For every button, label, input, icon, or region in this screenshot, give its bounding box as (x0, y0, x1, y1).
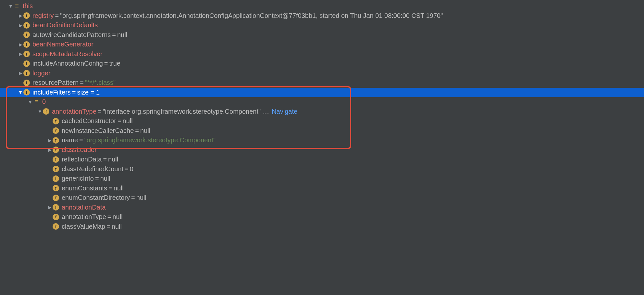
tree-row-annotationtype[interactable]: ▼ f annotationType = "interface org.spri… (0, 107, 644, 117)
tree-row-logger[interactable]: ▶ f logger (0, 69, 644, 78)
equals: = (107, 185, 114, 192)
tree-row-includefilters[interactable]: ▼ f includeFilters = size = 1 (0, 88, 644, 97)
var-name: includeFilters (32, 89, 71, 96)
var-value: "org.springframework.context.annotation.… (60, 12, 443, 19)
tree-row-reflectiondata[interactable]: ▶ f reflectionData = null (0, 155, 644, 164)
tree-row-index-0[interactable]: ▼ ≡ 0 (0, 97, 644, 107)
field-icon: f (53, 214, 59, 220)
expand-right-icon[interactable]: ▶ (18, 42, 23, 47)
var-name: classLoader (62, 146, 97, 154)
expand-right-icon[interactable]: ▶ (18, 71, 23, 76)
equals: = (79, 79, 85, 86)
expand-down-icon[interactable]: ▼ (27, 99, 33, 105)
field-icon: f (23, 70, 30, 76)
var-name: enumConstantDirectory (62, 194, 130, 201)
expand-right-icon[interactable]: ▶ (18, 51, 23, 57)
var-value: "**/*.class" (85, 79, 116, 86)
tree-row-classloader[interactable]: ▶ f classLoader (0, 145, 644, 155)
field-icon: f (43, 108, 49, 115)
tree-row-resourcepattern[interactable]: ▶ f resourcePattern = "**/*.class" (0, 78, 644, 88)
ellipsis: … (261, 108, 270, 115)
field-icon: f (53, 127, 59, 134)
var-name: beanDefinitionDefaults (32, 21, 98, 29)
element-icon: ≡ (33, 99, 40, 105)
var-name: newInstanceCallerCache (62, 127, 134, 135)
var-value: null (140, 127, 150, 135)
tree-row-includeannotationconfig[interactable]: ▶ f includeAnnotationConfig = true (0, 59, 644, 69)
equals: = (102, 156, 108, 163)
var-name: reflectionData (62, 156, 102, 163)
expand-right-icon[interactable]: ▶ (18, 23, 23, 28)
expand-right-icon[interactable]: ▶ (47, 138, 53, 143)
var-value: null (112, 223, 122, 230)
var-name: name (62, 136, 78, 144)
equals: = (134, 127, 140, 135)
tree-row-classredefinedcount[interactable]: ▶ f classRedefinedCount = 0 (0, 164, 644, 174)
expand-right-icon[interactable]: ▶ (47, 147, 53, 152)
field-icon: f (23, 22, 30, 29)
var-name: resourcePattern (32, 79, 79, 86)
field-icon: f (53, 156, 59, 163)
field-icon: f (53, 175, 59, 182)
equals: = (78, 136, 84, 144)
equals: = (103, 60, 109, 67)
tree-row-classvaluemap[interactable]: ▶ f classValueMap = null (0, 222, 644, 232)
field-icon: f (53, 118, 59, 124)
variables-tree: ▼ ≡ this ▶ f registry = "org.springframe… (0, 0, 644, 231)
field-icon: f (53, 204, 59, 211)
tree-row-scopemetadataresolver[interactable]: ▶ f scopeMetadataResolver (0, 49, 644, 59)
var-name: registry (32, 12, 54, 19)
equals: = (116, 117, 123, 125)
field-icon: f (23, 12, 30, 19)
tree-row-registry[interactable]: ▶ f registry = "org.springframework.cont… (0, 11, 644, 21)
equals: = (106, 213, 113, 221)
var-value: size = 1 (77, 89, 100, 96)
expand-right-icon[interactable]: ▶ (47, 205, 53, 210)
tree-row-genericinfo[interactable]: ▶ f genericInfo = null (0, 174, 644, 184)
expand-right-icon[interactable]: ▶ (18, 13, 23, 18)
var-name: logger (32, 70, 51, 77)
var-value: null (114, 185, 124, 192)
var-name: annotationData (62, 204, 106, 211)
equals: = (96, 108, 103, 115)
field-icon: f (53, 185, 59, 191)
var-name: this (23, 2, 33, 10)
field-icon: f (53, 223, 59, 230)
tree-row-this[interactable]: ▼ ≡ this (0, 1, 644, 11)
var-value: null (112, 213, 122, 221)
var-name: scopeMetadataResolver (32, 50, 103, 58)
field-icon: f (23, 60, 30, 67)
var-value: null (136, 194, 146, 201)
var-value: "org.springframework.stereotype.Componen… (84, 136, 216, 144)
equals: = (54, 12, 60, 19)
tree-row-beannamegenerator[interactable]: ▶ f beanNameGenerator (0, 40, 644, 49)
var-value: true (109, 60, 120, 67)
tree-row-annotationdata[interactable]: ▶ f annotationData (0, 203, 644, 212)
tree-row-newinstancecallercache[interactable]: ▶ f newInstanceCallerCache = null (0, 126, 644, 136)
tree-row-cachedconstructor[interactable]: ▶ f cachedConstructor = null (0, 116, 644, 126)
equals: = (123, 165, 130, 173)
expand-down-icon[interactable]: ▼ (8, 4, 14, 9)
field-icon: f (23, 32, 30, 38)
var-value: null (123, 117, 133, 125)
field-icon: f (23, 51, 30, 57)
var-name: 0 (42, 98, 46, 106)
tree-row-annotationtype-null[interactable]: ▶ f annotationType = null (0, 212, 644, 222)
tree-row-autowirecandidatepatterns[interactable]: ▶ f autowireCandidatePatterns = null (0, 30, 644, 40)
navigate-link[interactable]: Navigate (270, 108, 297, 115)
var-value: 0 (130, 165, 133, 173)
equals: = (94, 175, 100, 182)
tree-row-name[interactable]: ▶ f name = "org.springframework.stereoty… (0, 135, 644, 145)
field-icon: f (23, 89, 30, 96)
var-name: autowireCandidatePatterns (32, 31, 111, 39)
var-name: cachedConstructor (62, 117, 116, 125)
tree-row-beandefinitiondefaults[interactable]: ▶ f beanDefinitionDefaults (0, 20, 644, 30)
tree-row-enumconstantdirectory[interactable]: ▶ f enumConstantDirectory = null (0, 193, 644, 203)
expand-down-icon[interactable]: ▼ (18, 90, 23, 95)
tree-row-enumconstants[interactable]: ▶ f enumConstants = null (0, 184, 644, 193)
expand-down-icon[interactable]: ▼ (37, 109, 43, 114)
equals: = (71, 89, 77, 96)
equals: = (111, 31, 117, 39)
var-name: annotationType (62, 213, 106, 221)
field-icon: f (23, 41, 30, 48)
